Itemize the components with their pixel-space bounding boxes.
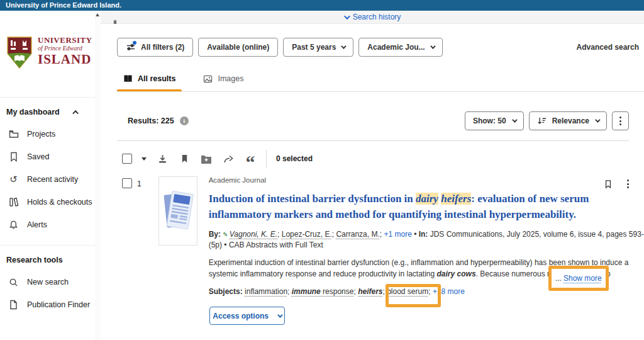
history-icon: ↺ xyxy=(8,174,19,185)
research-tools-label: Research tools xyxy=(6,256,63,264)
my-dashboard-label: My dashboard xyxy=(6,108,60,116)
book-icon xyxy=(123,74,133,83)
new-search-label: New search xyxy=(27,278,69,286)
result-checkbox[interactable] xyxy=(122,178,132,188)
chevron-down-icon xyxy=(277,312,282,317)
filters-row: All filters (2) Available (online) Past … xyxy=(117,38,644,57)
plus-18-more-annotation xyxy=(386,284,441,307)
result-kebab-icon[interactable] xyxy=(627,179,629,188)
sidebar-item-projects[interactable]: Projects xyxy=(0,123,95,145)
search-history-link[interactable]: Search history xyxy=(344,13,401,21)
sidebar-section-dashboard: My dashboard Projects Saved xyxy=(0,108,95,236)
library-books-icon xyxy=(8,197,19,208)
tab-all-results[interactable]: All results xyxy=(117,74,182,92)
chevron-down-icon xyxy=(595,117,600,122)
tab-images[interactable]: Images xyxy=(197,74,250,92)
share-icon[interactable] xyxy=(222,152,235,165)
filter-chip-past-5-years[interactable]: Past 5 years xyxy=(283,38,353,57)
cite-icon[interactable]: “ xyxy=(244,152,257,165)
select-all-checkbox[interactable] xyxy=(122,154,132,164)
result-byline: By: ✎Vagnoni, K. E.; Lopez-Cruz, E.; Car… xyxy=(209,229,631,250)
chevron-up-icon xyxy=(72,110,79,116)
sidebar: UNIVERSITY of Prince Edward ISLAND My da… xyxy=(0,11,95,340)
access-options-button[interactable]: Access options xyxy=(209,307,285,325)
upei-crest-icon xyxy=(6,36,33,70)
sort-dropdown[interactable]: Relevance xyxy=(529,111,607,130)
recent-activity-label: Recent activity xyxy=(27,175,78,184)
filter-sliders-icon xyxy=(126,43,136,52)
access-options-label: Access options xyxy=(213,312,269,320)
show-per-page-dropdown[interactable]: Show: 50 xyxy=(465,111,524,130)
sidebar-item-publication-finder[interactable]: Publication Finder xyxy=(0,293,95,316)
alerts-label: Alerts xyxy=(27,220,47,229)
past-5-years-label: Past 5 years xyxy=(292,43,336,52)
result-body: Academic Journal Induction of intestinal… xyxy=(209,176,631,325)
results-overflow-menu-button[interactable] xyxy=(612,111,629,130)
sort-icon xyxy=(537,116,547,125)
sidebar-item-holds-checkouts[interactable]: Holds & checkouts xyxy=(0,191,95,213)
chevron-down-icon xyxy=(512,117,517,122)
logo-line1: UNIVERSITY xyxy=(38,36,92,44)
all-filters-label: All filters (2) xyxy=(141,43,184,52)
bookmark-icon xyxy=(8,152,19,162)
holds-checkouts-label: Holds & checkouts xyxy=(27,198,92,207)
academic-journals-label: Academic Jou... xyxy=(367,43,425,52)
result-item: 1 Academic Journal xyxy=(117,176,644,325)
select-dropdown-caret-icon[interactable] xyxy=(142,157,147,161)
result-type-label: Academic Journal xyxy=(209,176,631,184)
scroll-up-arrow-icon[interactable] xyxy=(96,13,99,16)
sidebar-item-recent-activity[interactable]: ↺ Recent activity xyxy=(0,168,95,191)
results-header: Results: 225 i Show: 50 Relevance xyxy=(117,111,644,130)
result-thumbnail[interactable] xyxy=(158,176,197,246)
sidebar-item-new-search[interactable]: New search xyxy=(0,271,95,293)
result-title[interactable]: Induction of intestinal barrier dysfunct… xyxy=(209,191,631,222)
add-to-folder-icon[interactable] xyxy=(200,152,213,165)
saved-label: Saved xyxy=(27,152,49,161)
search-history-bar: Search history xyxy=(101,11,644,24)
filter-chip-available-online[interactable]: Available (online) xyxy=(198,38,278,57)
images-tab-label: Images xyxy=(218,74,243,83)
bell-icon xyxy=(8,220,19,230)
sidebar-item-alerts[interactable]: Alerts xyxy=(0,213,95,236)
image-icon xyxy=(203,75,213,83)
sidebar-divider xyxy=(0,97,95,98)
available-online-label: Available (online) xyxy=(207,43,269,52)
bookmark-icon[interactable] xyxy=(178,152,191,165)
bookmark-icon[interactable] xyxy=(602,178,614,190)
logo-line3: ISLAND xyxy=(38,53,92,66)
upei-logo: UNIVERSITY of Prince Edward ISLAND xyxy=(6,36,95,70)
results-divider xyxy=(117,140,629,141)
selected-count: 0 selected xyxy=(276,154,313,163)
sidebar-header-my-dashboard[interactable]: My dashboard xyxy=(0,108,95,116)
sort-label: Relevance xyxy=(552,116,589,125)
sidebar-section-research-tools: Research tools New search Publication Fi… xyxy=(0,256,95,316)
info-icon[interactable]: i xyxy=(180,116,189,125)
sidebar-scrollbar[interactable] xyxy=(95,12,101,340)
filter-active-dot xyxy=(133,41,136,45)
results-tabs: All results Images xyxy=(117,74,644,92)
filter-chip-source-type[interactable]: Academic Jou... xyxy=(358,38,442,57)
results-count: Results: 225 xyxy=(128,116,174,125)
show-more-link[interactable]: ... Show more xyxy=(555,274,602,283)
all-results-tab-label: All results xyxy=(138,74,175,83)
show-per-page-label: Show: 50 xyxy=(473,116,506,125)
search-icon xyxy=(8,277,19,288)
kebab-icon xyxy=(619,116,621,125)
bulk-action-toolbar: “ 0 selected xyxy=(117,150,644,167)
chevron-down-icon xyxy=(344,13,350,20)
advanced-search-link[interactable]: Advanced search xyxy=(577,43,639,52)
publication-finder-label: Publication Finder xyxy=(27,300,90,309)
show-more-annotation: ... Show more xyxy=(548,266,609,291)
toolbar-separator xyxy=(266,150,267,167)
sidebar-header-research-tools: Research tools xyxy=(0,256,95,264)
chevron-down-icon xyxy=(430,43,435,48)
chevron-down-icon xyxy=(341,43,346,48)
sidebar-divider xyxy=(0,245,95,246)
result-number: 1 xyxy=(137,178,142,188)
institution-banner: University of Prince Edward Island. xyxy=(0,0,644,11)
download-icon[interactable] xyxy=(156,152,169,165)
search-history-label: Search history xyxy=(353,13,401,21)
sidebar-item-saved[interactable]: Saved xyxy=(0,145,95,168)
folder-icon xyxy=(8,129,19,140)
all-filters-button[interactable]: All filters (2) xyxy=(117,38,193,57)
